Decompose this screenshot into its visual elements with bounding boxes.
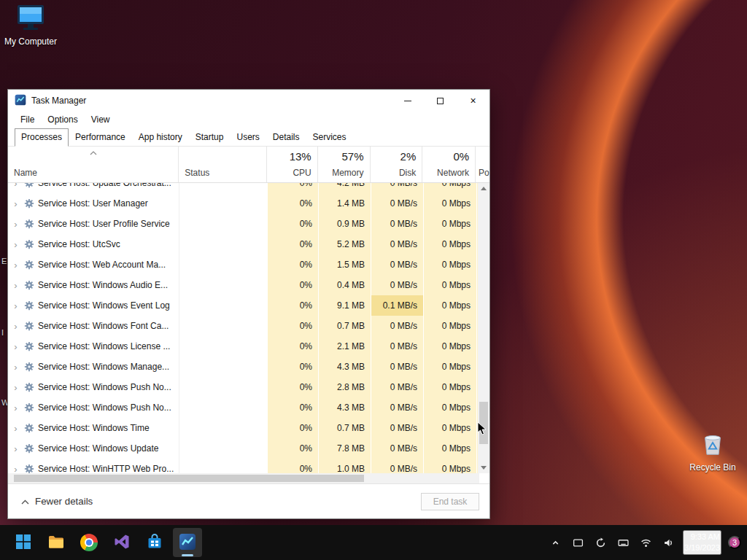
process-row[interactable]: ›Service Host: Update Orchestrat...0%4.2… xyxy=(8,183,479,193)
tray-chevron-up-icon[interactable] xyxy=(547,532,563,553)
expand-chevron-icon[interactable]: › xyxy=(11,198,20,209)
expand-chevron-icon[interactable]: › xyxy=(11,341,20,352)
service-gear-icon xyxy=(24,183,34,188)
tab-app-history[interactable]: App history xyxy=(132,128,189,147)
scroll-down-icon[interactable] xyxy=(481,466,487,470)
column-header-network[interactable]: 0% Network xyxy=(422,147,475,182)
service-gear-icon xyxy=(24,464,34,473)
expand-chevron-icon[interactable]: › xyxy=(11,362,20,373)
process-status-cell xyxy=(179,275,267,295)
process-name: Service Host: Windows Update xyxy=(38,443,158,454)
process-name: Service Host: Windows Font Ca... xyxy=(38,321,169,331)
process-row[interactable]: ›Service Host: Web Account Ma...0%1.5 MB… xyxy=(8,254,479,275)
process-network-value: 0 Mbps xyxy=(423,316,476,336)
minimize-button[interactable] xyxy=(391,90,424,112)
expand-chevron-icon[interactable]: › xyxy=(11,464,20,474)
process-row[interactable]: ›Service Host: Windows Font Ca...0%0.7 M… xyxy=(8,316,479,336)
start-button[interactable] xyxy=(9,528,38,557)
menu-view[interactable]: View xyxy=(85,113,116,126)
name-header-label: Name xyxy=(14,168,37,178)
process-row[interactable]: ›Service Host: Windows Time0%0.7 MB0 MB/… xyxy=(8,418,479,438)
column-header-status[interactable]: Status xyxy=(178,147,266,182)
window-title: Task Manager xyxy=(31,96,86,106)
notification-badge[interactable]: 3 xyxy=(728,536,741,549)
process-memory-value: 7.8 MB xyxy=(318,438,371,459)
desktop-icon-my-computer[interactable]: My Computer xyxy=(3,4,58,47)
clock-date: 3/19/2023 xyxy=(684,542,720,553)
task-manager-window: Task Manager × FileOptionsView Processes… xyxy=(7,89,490,519)
scroll-up-icon[interactable] xyxy=(481,187,487,190)
process-row[interactable]: ›Service Host: Windows Update0%7.8 MB0 M… xyxy=(8,438,479,459)
taskbar-chrome-button[interactable] xyxy=(74,528,104,557)
maximize-button[interactable] xyxy=(424,90,457,112)
column-header-disk[interactable]: 2% Disk xyxy=(370,147,422,182)
cpu-header-label: CPU xyxy=(293,168,311,178)
horizontal-scrollbar[interactable] xyxy=(8,473,479,483)
expand-chevron-icon[interactable]: › xyxy=(11,219,20,230)
process-row[interactable]: ›Service Host: Windows License ...0%2.1 … xyxy=(8,336,479,357)
taskbar-file-explorer-button[interactable] xyxy=(42,528,71,557)
system-tray: 9:33 AM 3/19/2023 3 xyxy=(547,530,741,555)
process-row[interactable]: ›Service Host: User Manager0%1.4 MB0 MB/… xyxy=(8,193,479,214)
taskbar-task-manager-button[interactable] xyxy=(173,528,202,557)
process-cpu-value: 0% xyxy=(267,418,318,438)
fewer-details-toggle[interactable]: Fewer details xyxy=(21,496,93,507)
visual-studio-icon xyxy=(113,533,131,553)
process-row[interactable]: ›Service Host: User Profile Service0%0.9… xyxy=(8,214,479,234)
tab-services[interactable]: Services xyxy=(306,128,353,147)
process-network-value: 0 Mbps xyxy=(423,234,476,254)
process-row[interactable]: ›Service Host: Windows Audio E...0%0.4 M… xyxy=(8,275,479,295)
expand-chevron-icon[interactable]: › xyxy=(11,300,20,311)
column-header-cpu[interactable]: 13% CPU xyxy=(266,147,317,182)
process-network-value: 0 Mbps xyxy=(423,357,476,377)
process-row[interactable]: ›Service Host: WinHTTP Web Pro...0%1.0 M… xyxy=(8,459,479,473)
expand-chevron-icon[interactable]: › xyxy=(11,382,20,393)
tray-volume-icon[interactable] xyxy=(660,532,676,553)
column-header-memory[interactable]: 57% Memory xyxy=(317,147,370,182)
process-network-value: 0 Mbps xyxy=(423,275,476,295)
menu-file[interactable]: File xyxy=(15,113,40,126)
process-network-value: 0 Mbps xyxy=(423,377,476,397)
expand-chevron-icon[interactable]: › xyxy=(11,239,20,250)
tray-display-icon[interactable] xyxy=(570,532,586,553)
expand-chevron-icon[interactable]: › xyxy=(11,183,20,189)
menu-options[interactable]: Options xyxy=(42,113,83,126)
tab-startup[interactable]: Startup xyxy=(189,128,231,147)
expand-chevron-icon[interactable]: › xyxy=(11,423,20,434)
process-disk-value: 0 MB/s xyxy=(371,316,423,336)
horizontal-scrollbar-thumb[interactable] xyxy=(14,475,364,482)
end-task-button[interactable]: End task xyxy=(421,493,479,510)
tab-users[interactable]: Users xyxy=(230,128,266,147)
process-row[interactable]: ›Service Host: Windows Push No...0%2.8 M… xyxy=(8,377,479,397)
column-header-name[interactable]: Name xyxy=(8,147,178,182)
process-status-cell xyxy=(179,234,267,254)
tab-processes[interactable]: Processes xyxy=(15,128,69,147)
mouse-cursor xyxy=(477,421,487,438)
tab-performance[interactable]: Performance xyxy=(69,128,132,147)
expand-chevron-icon[interactable]: › xyxy=(11,280,20,291)
process-row[interactable]: ›Service Host: UtcSvc0%5.2 MB0 MB/s0 Mbp… xyxy=(8,234,479,254)
process-row[interactable]: ›Service Host: Windows Manage...0%4.3 MB… xyxy=(8,357,479,377)
clock-time: 9:33 AM xyxy=(684,532,720,542)
expand-chevron-icon[interactable]: › xyxy=(11,260,20,271)
service-gear-icon xyxy=(24,300,34,311)
process-network-value: 0 Mbps xyxy=(423,183,476,193)
taskbar-visual-studio-button[interactable] xyxy=(107,528,136,557)
expand-chevron-icon[interactable]: › xyxy=(11,443,20,454)
process-name-cell: ›Service Host: UtcSvc xyxy=(8,234,179,254)
taskbar-clock[interactable]: 9:33 AM 3/19/2023 xyxy=(683,530,721,555)
window-titlebar[interactable]: Task Manager × xyxy=(8,90,489,112)
tray-sync-icon[interactable] xyxy=(592,532,608,553)
process-row[interactable]: ›Service Host: Windows Event Log0%9.1 MB… xyxy=(8,295,479,316)
process-row[interactable]: ›Service Host: Windows Push No...0%4.3 M… xyxy=(8,397,479,418)
process-name: Service Host: Web Account Ma... xyxy=(38,260,166,270)
tray-keyboard-icon[interactable] xyxy=(615,532,631,553)
expand-chevron-icon[interactable]: › xyxy=(11,321,20,332)
expand-chevron-icon[interactable]: › xyxy=(11,402,20,413)
desktop-icon-recycle-bin[interactable]: Recycle Bin xyxy=(685,430,740,472)
process-name-cell: ›Service Host: Windows Audio E... xyxy=(8,275,179,295)
tray-network-icon[interactable] xyxy=(638,532,654,553)
close-button[interactable]: × xyxy=(457,90,489,112)
taskbar-store-button[interactable] xyxy=(140,528,169,557)
tab-details[interactable]: Details xyxy=(266,128,306,147)
